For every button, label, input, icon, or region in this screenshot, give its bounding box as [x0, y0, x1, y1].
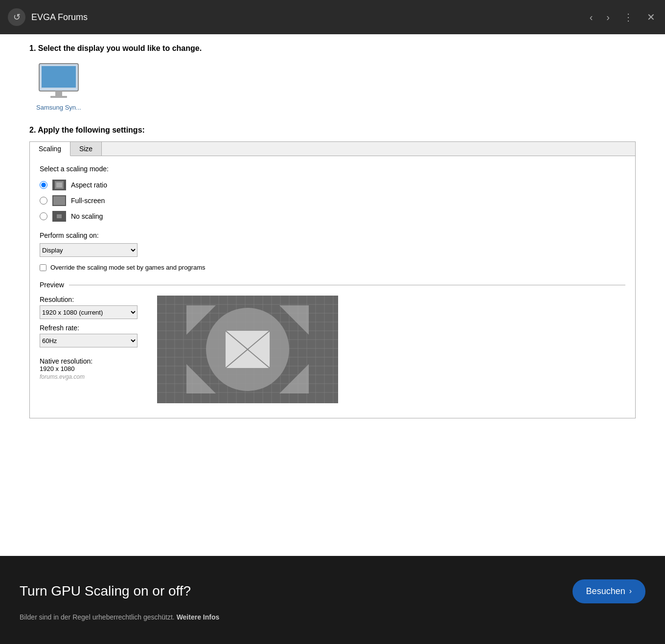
svg-rect-1: [42, 66, 76, 88]
svg-rect-3: [50, 96, 67, 98]
svg-rect-51: [16, 530, 31, 541]
radio-noscaling[interactable]: [40, 212, 47, 220]
bottom-bar: Turn GPU Scaling on or off? Besuchen › B…: [0, 556, 665, 644]
radio-fullscreen[interactable]: [40, 197, 47, 205]
besuchen-button[interactable]: Besuchen ›: [573, 579, 645, 603]
scaling-mode-group: Aspect ratio Full-screen: [40, 180, 625, 222]
scaling-tab-content: Select a scaling mode: Aspect ratio: [30, 156, 635, 418]
title-bar-controls: ‹ › ⋮ ✕: [588, 9, 657, 25]
monitor-name: Samsung Syn...: [36, 104, 81, 111]
fullscreen-icon: [52, 195, 66, 206]
back-button[interactable]: ‹: [588, 10, 595, 25]
menu-button[interactable]: ⋮: [621, 9, 635, 25]
bottom-sub-text: Bilder sind in der Regel urheberrechtlic…: [20, 613, 175, 621]
step1-title: 1. Select the display you would like to …: [29, 44, 636, 53]
override-checkbox-row: Override the scaling mode set by games a…: [40, 264, 625, 271]
preview-left-panel: Resolution: 1920 x 1080 (current) 1280 x…: [40, 296, 138, 380]
tab-scaling[interactable]: Scaling: [30, 142, 70, 156]
window-title: EVGA Forums: [31, 12, 582, 23]
radio-item-fullscreen: Full-screen: [40, 195, 625, 206]
display-dropdown[interactable]: Display GPU: [40, 243, 138, 257]
native-res-value: 1920 x 1080: [40, 365, 138, 372]
radio-fullscreen-label: Full-screen: [71, 197, 105, 205]
monitor-selector[interactable]: Samsung Syn...: [29, 63, 88, 111]
scaling-mode-label: Select a scaling mode:: [40, 165, 625, 173]
bottom-sub-link[interactable]: Weitere Infos: [177, 613, 220, 621]
besuchen-label: Besuchen: [586, 586, 625, 597]
bottom-sub: Bilder sind in der Regel urheberrechtlic…: [20, 613, 645, 621]
besuchen-arrow-icon: ›: [629, 587, 632, 596]
preview-controls: Resolution: 1920 x 1080 (current) 1280 x…: [40, 296, 625, 403]
close-button[interactable]: ✕: [645, 9, 657, 25]
preview-divider: [69, 285, 625, 285]
perform-label: Perform scaling on:: [40, 231, 625, 239]
preview-title: Preview: [40, 281, 64, 289]
refresh-field: Refresh rate: 60Hz 30Hz: [40, 324, 138, 347]
refresh-label: Refresh rate:: [40, 324, 138, 332]
refresh-dropdown[interactable]: 60Hz 30Hz: [40, 334, 138, 347]
camera-icon: [15, 527, 32, 544]
tab-size[interactable]: Size: [70, 142, 102, 156]
radio-aspect[interactable]: [40, 181, 47, 189]
native-res-field: Native resolution: 1920 x 1080 forums.ev…: [40, 352, 138, 380]
svg-rect-2: [55, 91, 62, 96]
preview-visual: [157, 296, 338, 403]
svg-point-52: [21, 533, 26, 539]
app-logo: ↺: [8, 8, 25, 26]
logo-symbol: ↺: [13, 12, 21, 23]
screenshot-icon[interactable]: [15, 527, 34, 546]
radio-aspect-label: Aspect ratio: [71, 181, 107, 189]
bottom-main: Turn GPU Scaling on or off? Besuchen ›: [20, 579, 645, 603]
watermark: forums.evga.com: [40, 373, 138, 380]
noscaling-icon: [52, 211, 66, 222]
aspect-ratio-icon: [52, 180, 66, 190]
tab-bar: Scaling Size: [30, 142, 635, 156]
preview-canvas: [157, 296, 338, 403]
bottom-title: Turn GPU Scaling on or off?: [20, 583, 191, 599]
step2-title: 2. Apply the following settings:: [29, 126, 636, 135]
override-label: Override the scaling mode set by games a…: [50, 264, 206, 271]
resolution-field: Resolution: 1920 x 1080 (current) 1280 x…: [40, 296, 138, 319]
monitor-icon: [37, 63, 81, 102]
settings-panel: Scaling Size Select a scaling mode:: [29, 141, 636, 418]
resolution-label: Resolution:: [40, 296, 138, 303]
title-bar: ↺ EVGA Forums ‹ › ⋮ ✕: [0, 0, 665, 34]
override-checkbox[interactable]: [40, 264, 46, 271]
svg-rect-10: [57, 214, 62, 218]
forward-button[interactable]: ›: [604, 10, 612, 25]
radio-noscaling-label: No scaling: [71, 212, 103, 220]
resolution-dropdown[interactable]: 1920 x 1080 (current) 1280 x 720 1024 x …: [40, 305, 138, 319]
svg-rect-8: [53, 196, 65, 205]
svg-rect-6: [56, 183, 62, 187]
main-content: 1. Select the display you would like to …: [0, 34, 665, 556]
display-dropdown-row: Display GPU: [40, 243, 625, 257]
native-res-label: Native resolution:: [40, 357, 138, 365]
preview-section: Preview Resolution: 1920 x 1080 (current…: [40, 281, 625, 403]
radio-item-noscaling: No scaling: [40, 211, 625, 222]
preview-header: Preview: [40, 281, 625, 289]
radio-item-aspect: Aspect ratio: [40, 180, 625, 190]
